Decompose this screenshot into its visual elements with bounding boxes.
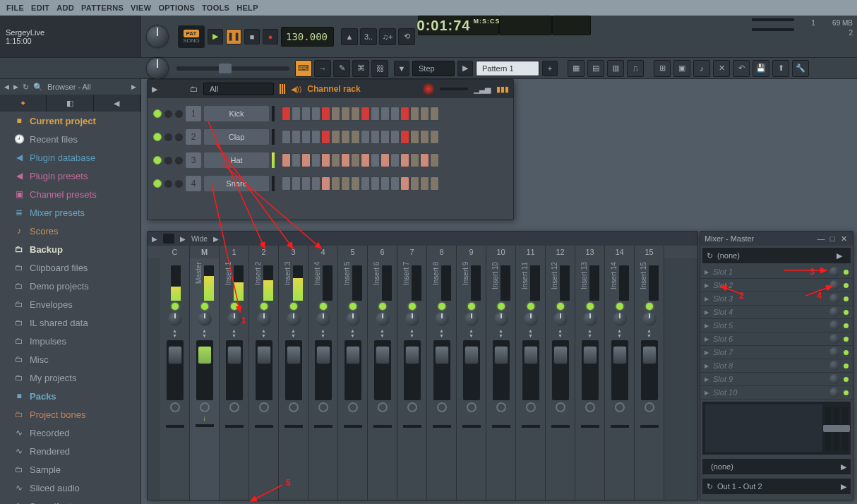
mixer-button[interactable]: ⎍: [627, 60, 644, 77]
track-fx-enable[interactable]: [200, 402, 210, 412]
output-arrow-2[interactable]: ▶: [841, 482, 846, 491]
browser-item-envelopes[interactable]: 🗀Envelopes: [0, 295, 140, 313]
slot-mix-knob[interactable]: [829, 334, 839, 344]
effect-slot-6[interactable]: ▶Slot 6: [700, 332, 853, 346]
eq-slider-2[interactable]: [834, 407, 839, 450]
track-fader[interactable]: [404, 340, 421, 400]
track-send[interactable]: [225, 425, 244, 428]
track-fx-enable[interactable]: [407, 402, 417, 412]
countdown-button[interactable]: ♫+: [379, 28, 396, 45]
track-send[interactable]: [284, 425, 303, 428]
channel-select[interactable]: [153, 109, 162, 118]
mixer-track-insert-5[interactable]: Insert 5▲▼: [338, 258, 368, 500]
browser-item-soundfonts[interactable]: 🗀Soundfonts: [0, 497, 140, 504]
step-10[interactable]: [371, 107, 380, 121]
step-15[interactable]: [420, 176, 429, 191]
step-4[interactable]: [311, 176, 320, 191]
track-stereo-sep[interactable]: ▲▼: [172, 328, 177, 338]
channel-filter[interactable]: All: [203, 83, 274, 95]
slot-enable-dot[interactable]: [844, 337, 849, 342]
step-16[interactable]: [430, 176, 439, 191]
slot-enable-dot[interactable]: [844, 283, 849, 288]
track-stereo-sep[interactable]: ▲▼: [469, 328, 474, 338]
step-16[interactable]: [430, 107, 439, 121]
track-send[interactable]: [314, 425, 332, 428]
undo-button[interactable]: ↶: [733, 60, 750, 77]
effect-slot-5[interactable]: ▶Slot 5: [700, 319, 853, 332]
track-send[interactable]: [581, 425, 599, 428]
step-1[interactable]: [282, 176, 291, 191]
multilink-button[interactable]: ⛓: [371, 60, 388, 77]
slots-close[interactable]: ✕: [839, 234, 849, 244]
rack-knob[interactable]: [423, 83, 434, 95]
track-pan-knob[interactable]: [257, 312, 271, 326]
track-enable-led[interactable]: [201, 303, 208, 310]
step-8[interactable]: [351, 107, 360, 121]
channel-vol[interactable]: [175, 180, 183, 188]
rack-options-icon[interactable]: ▮▮▮: [496, 85, 509, 94]
track-fader[interactable]: [315, 340, 332, 400]
eq-display[interactable]: [705, 404, 822, 452]
slot-mix-knob[interactable]: [829, 320, 839, 330]
browser-search[interactable]: 🔍: [33, 83, 43, 92]
track-stereo-sep[interactable]: ▲▼: [380, 328, 385, 338]
browser-item-backup[interactable]: 🗀Backup: [0, 240, 140, 258]
track-fader[interactable]: [196, 340, 213, 400]
track-send[interactable]: [255, 425, 273, 428]
mixer-header-M[interactable]: M: [190, 246, 220, 258]
menu-add[interactable]: ADD: [53, 4, 78, 12]
menu-patterns[interactable]: PATTERNS: [78, 4, 127, 12]
link-button[interactable]: ⌘: [352, 60, 369, 77]
menu-help[interactable]: HELP: [233, 4, 262, 12]
track-enable-led[interactable]: [557, 303, 564, 310]
record-button[interactable]: ●: [263, 29, 278, 44]
effect-slot-7[interactable]: ▶Slot 7: [700, 346, 853, 359]
time-display[interactable]: 0:01:74 M:S:CS: [418, 16, 499, 35]
mixer-track-insert-15[interactable]: Insert 15▲▼: [635, 258, 664, 500]
track-send[interactable]: [196, 424, 214, 427]
mixer-options[interactable]: ▶: [180, 235, 186, 243]
track-send[interactable]: [462, 425, 481, 428]
step-7[interactable]: [341, 107, 350, 121]
step-13[interactable]: [400, 176, 409, 191]
step-7[interactable]: [341, 153, 350, 167]
track-send[interactable]: [551, 425, 570, 428]
browser-item-plugin-database[interactable]: ◀Plugin database: [0, 148, 140, 167]
step-13[interactable]: [400, 153, 409, 167]
mixer-track-insert-10[interactable]: Insert 10▲▼: [486, 258, 516, 500]
track-send[interactable]: [611, 425, 629, 428]
browser-tab-3[interactable]: ◀: [94, 95, 140, 112]
browser-item-mixer-presets[interactable]: ≣Mixer presets: [0, 203, 140, 222]
step-14[interactable]: [410, 107, 419, 121]
step-5[interactable]: [321, 107, 330, 121]
channel-pan[interactable]: [164, 180, 172, 188]
track-fx-enable[interactable]: [259, 402, 269, 412]
mixer-track-insert-12[interactable]: Insert 12▲▼: [546, 258, 575, 500]
step-2[interactable]: [292, 176, 301, 191]
browser-item-il-shared-data[interactable]: 🗀IL shared data: [0, 313, 140, 332]
track-enable-led[interactable]: [320, 303, 327, 310]
mixer-header-15[interactable]: 15: [635, 246, 664, 258]
slot-mix-knob[interactable]: [829, 294, 839, 304]
track-fader[interactable]: [493, 340, 510, 400]
step-11[interactable]: [380, 153, 390, 167]
step-4[interactable]: [311, 130, 320, 144]
step-3[interactable]: [301, 176, 311, 191]
channel-select[interactable]: [153, 133, 162, 141]
track-enable-led[interactable]: [231, 303, 238, 310]
track-fx-enable[interactable]: [526, 402, 536, 412]
track-stereo-sep[interactable]: ▲▼: [528, 328, 533, 338]
channel-pan[interactable]: [164, 157, 172, 164]
step-8[interactable]: [351, 153, 360, 167]
mixer-track-insert-14[interactable]: Insert 14▲▼: [605, 258, 635, 500]
slot-enable-dot[interactable]: [844, 364, 849, 368]
mixer-header-7[interactable]: 7: [397, 246, 427, 258]
mixer-track-insert-13[interactable]: Insert 13▲▼: [575, 258, 605, 500]
mixer-header-8[interactable]: 8: [427, 246, 457, 258]
step-12[interactable]: [390, 107, 400, 121]
slot-enable-dot[interactable]: [844, 350, 849, 355]
track-fx-enable[interactable]: [585, 402, 595, 412]
slot-mix-knob[interactable]: [829, 388, 839, 397]
browser-button[interactable]: ⊞: [654, 60, 671, 77]
track-pan-knob[interactable]: [168, 312, 182, 326]
